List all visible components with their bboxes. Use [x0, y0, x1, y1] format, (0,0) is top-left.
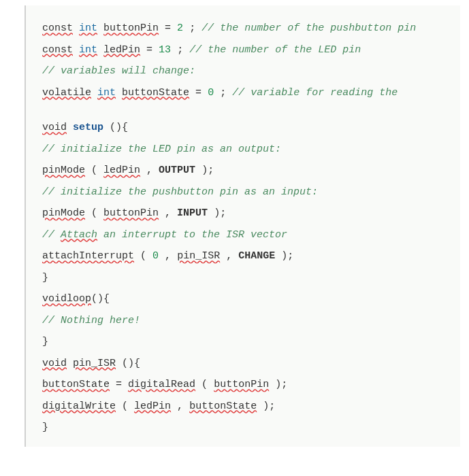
blank-line — [42, 103, 452, 117]
code-line-19: } — [42, 417, 452, 439]
comment-word-attach: Attach — [61, 229, 97, 241]
comment: // — [42, 229, 61, 241]
function-loop: loop — [67, 293, 91, 305]
keyword-const: const — [42, 22, 73, 34]
identifier-buttonstate: buttonState — [122, 87, 189, 99]
number-literal: 0 — [152, 250, 159, 262]
function-attachinterrupt: attachInterrupt — [42, 250, 134, 262]
identifier-buttonpin: buttonPin — [103, 22, 159, 34]
function-pin-isr: pin_ISR — [73, 358, 116, 369]
identifier-ledpin: ledPin — [103, 44, 140, 56]
code-line-3: // variables will change: — [42, 61, 452, 82]
constant-change: CHANGE — [238, 250, 275, 262]
identifier-pin-isr: pin_ISR — [177, 250, 220, 262]
code-line-13: voidloop(){ — [42, 288, 452, 310]
keyword-const: const — [42, 44, 73, 56]
identifier-buttonpin: buttonPin — [214, 379, 269, 390]
code-line-10: // Attach an interrupt to the ISR vector — [42, 224, 452, 246]
keyword-int: int — [79, 22, 97, 34]
comment: // the number of the pushbutton pin — [201, 22, 416, 34]
comment: an interrupt to the ISR vector — [97, 229, 287, 241]
identifier-ledpin: ledPin — [134, 401, 171, 412]
code-line-17: buttonState = digitalRead ( buttonPin ); — [42, 374, 452, 396]
code-line-18: digitalWrite ( ledPin , buttonState ); — [42, 396, 452, 418]
keyword-volatile: volatile — [42, 87, 91, 99]
keyword-void: void — [42, 122, 67, 133]
number-literal: 0 — [208, 87, 214, 99]
keyword-int: int — [79, 44, 97, 56]
function-pinmode: pinMode — [42, 207, 85, 219]
function-digitalwrite: digitalWrite — [42, 401, 116, 412]
function-setup: setup — [73, 122, 103, 133]
code-line-2: const int ledPin = 13 ; // the number of… — [42, 39, 452, 61]
comment: // the number of the LED pin — [189, 44, 361, 56]
comment: // variables will change: — [42, 65, 195, 77]
number-literal: 2 — [177, 22, 183, 34]
brace-close: } — [42, 336, 48, 347]
brace-close: } — [42, 422, 48, 433]
code-line-12: } — [42, 267, 452, 289]
code-line-5: void setup (){ — [42, 117, 452, 139]
code-line-6: // initialize the LED pin as an output: — [42, 139, 452, 160]
code-line-7: pinMode ( ledPin , OUTPUT ); — [42, 160, 452, 182]
comment: // variable for reading the — [232, 87, 398, 99]
comment: // Nothing here! — [42, 315, 140, 326]
keyword-void: void — [42, 358, 67, 369]
code-line-8: // initialize the pushbutton pin as an i… — [42, 182, 452, 203]
constant-input: INPUT — [177, 207, 208, 219]
keyword-void: void — [42, 293, 67, 305]
code-line-1: const int buttonPin = 2 ; // the number … — [42, 18, 452, 39]
code-line-11: attachInterrupt ( 0 , pin_ISR , CHANGE )… — [42, 245, 452, 267]
code-line-16: void pin_ISR (){ — [42, 353, 452, 375]
number-literal: 13 — [159, 44, 171, 56]
code-line-15: } — [42, 331, 452, 353]
function-pinmode: pinMode — [42, 165, 85, 176]
code-line-4: volatile int buttonState = 0 ; // variab… — [42, 82, 452, 104]
brace-close: } — [42, 272, 48, 284]
identifier-buttonstate: buttonState — [189, 401, 257, 412]
identifier-buttonstate: buttonState — [42, 379, 110, 390]
code-block: const int buttonPin = 2 ; // the number … — [25, 5, 460, 447]
code-line-14: // Nothing here! — [42, 310, 452, 332]
comment: // initialize the LED pin as an output: — [42, 143, 281, 155]
code-line-9: pinMode ( buttonPin , INPUT ); — [42, 203, 452, 224]
identifier-buttonpin: buttonPin — [103, 207, 159, 219]
function-digitalread: digitalRead — [128, 379, 195, 390]
comment: // initialize the pushbutton pin as an i… — [42, 186, 318, 198]
constant-output: OUTPUT — [159, 165, 195, 176]
keyword-int: int — [97, 87, 116, 99]
identifier-ledpin: ledPin — [103, 165, 140, 176]
